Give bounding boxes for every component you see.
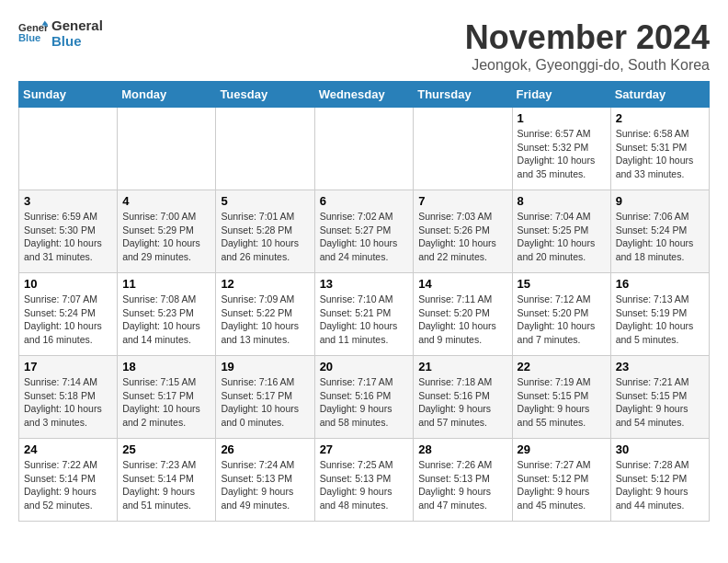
calendar-cell: 10Sunrise: 7:07 AMSunset: 5:24 PMDayligh…	[19, 273, 118, 356]
week-row-4: 17Sunrise: 7:14 AMSunset: 5:18 PMDayligh…	[19, 356, 710, 439]
weekday-header-friday: Friday	[512, 82, 610, 108]
day-info: Sunrise: 7:17 AMSunset: 5:16 PMDaylight:…	[320, 375, 409, 430]
calendar-cell: 2Sunrise: 6:58 AMSunset: 5:31 PMDaylight…	[610, 108, 709, 190]
day-number: 28	[418, 442, 506, 456]
calendar-cell: 26Sunrise: 7:24 AMSunset: 5:13 PMDayligh…	[216, 439, 314, 522]
day-number: 24	[24, 442, 112, 456]
day-info: Sunrise: 7:18 AMSunset: 5:16 PMDaylight:…	[418, 375, 506, 430]
calendar-cell: 17Sunrise: 7:14 AMSunset: 5:18 PMDayligh…	[19, 356, 118, 439]
day-info: Sunrise: 7:12 AMSunset: 5:20 PMDaylight:…	[518, 293, 606, 347]
day-info: Sunrise: 7:10 AMSunset: 5:21 PMDaylight:…	[320, 293, 409, 347]
day-number: 2	[616, 111, 704, 125]
week-row-2: 3Sunrise: 6:59 AMSunset: 5:30 PMDaylight…	[19, 190, 710, 273]
calendar-table: SundayMondayTuesdayWednesdayThursdayFrid…	[18, 81, 710, 522]
day-number: 21	[418, 360, 506, 373]
day-info: Sunrise: 7:27 AMSunset: 5:12 PMDaylight:…	[518, 458, 606, 512]
calendar-cell: 28Sunrise: 7:26 AMSunset: 5:13 PMDayligh…	[414, 439, 512, 522]
calendar-cell	[414, 108, 512, 190]
day-info: Sunrise: 7:28 AMSunset: 5:12 PMDaylight:…	[616, 458, 704, 512]
logo: General Blue General Blue	[18, 18, 103, 49]
calendar-cell: 18Sunrise: 7:15 AMSunset: 5:17 PMDayligh…	[118, 356, 216, 439]
calendar-cell: 7Sunrise: 7:03 AMSunset: 5:26 PMDaylight…	[414, 190, 512, 273]
weekday-header-sunday: Sunday	[19, 82, 118, 108]
calendar-cell: 4Sunrise: 7:00 AMSunset: 5:29 PMDaylight…	[118, 190, 216, 273]
calendar-cell: 23Sunrise: 7:21 AMSunset: 5:15 PMDayligh…	[610, 356, 709, 439]
day-info: Sunrise: 7:22 AMSunset: 5:14 PMDaylight:…	[24, 458, 112, 512]
calendar-cell: 27Sunrise: 7:25 AMSunset: 5:13 PMDayligh…	[314, 439, 414, 522]
day-number: 12	[221, 277, 309, 291]
calendar-cell: 22Sunrise: 7:19 AMSunset: 5:15 PMDayligh…	[512, 356, 610, 439]
day-info: Sunrise: 7:25 AMSunset: 5:13 PMDaylight:…	[320, 458, 409, 512]
calendar-cell: 3Sunrise: 6:59 AMSunset: 5:30 PMDaylight…	[19, 190, 118, 273]
day-info: Sunrise: 6:57 AMSunset: 5:32 PMDaylight:…	[518, 127, 606, 181]
day-info: Sunrise: 7:26 AMSunset: 5:13 PMDaylight:…	[418, 458, 506, 512]
day-info: Sunrise: 7:19 AMSunset: 5:15 PMDaylight:…	[518, 375, 606, 430]
calendar-cell: 14Sunrise: 7:11 AMSunset: 5:20 PMDayligh…	[414, 273, 512, 356]
weekday-header-thursday: Thursday	[414, 82, 512, 108]
calendar-cell: 15Sunrise: 7:12 AMSunset: 5:20 PMDayligh…	[512, 273, 610, 356]
weekday-header-saturday: Saturday	[610, 82, 709, 108]
calendar-cell: 6Sunrise: 7:02 AMSunset: 5:27 PMDaylight…	[314, 190, 414, 273]
day-number: 14	[418, 277, 506, 291]
day-number: 23	[616, 360, 704, 373]
calendar-cell	[19, 108, 118, 190]
weekday-header-monday: Monday	[118, 82, 216, 108]
day-number: 3	[24, 194, 112, 208]
day-info: Sunrise: 7:07 AMSunset: 5:24 PMDaylight:…	[24, 293, 112, 347]
day-number: 10	[24, 277, 112, 291]
day-number: 30	[616, 442, 704, 456]
day-number: 9	[616, 194, 704, 208]
day-number: 29	[518, 442, 606, 456]
logo-text-line2: Blue	[51, 34, 103, 50]
calendar-cell: 13Sunrise: 7:10 AMSunset: 5:21 PMDayligh…	[314, 273, 414, 356]
day-info: Sunrise: 7:04 AMSunset: 5:25 PMDaylight:…	[518, 210, 606, 264]
calendar-cell: 24Sunrise: 7:22 AMSunset: 5:14 PMDayligh…	[19, 439, 118, 522]
day-number: 18	[122, 360, 210, 373]
day-number: 22	[518, 360, 606, 373]
day-info: Sunrise: 7:23 AMSunset: 5:14 PMDaylight:…	[122, 458, 210, 512]
day-number: 4	[122, 194, 210, 208]
calendar-cell: 9Sunrise: 7:06 AMSunset: 5:24 PMDaylight…	[610, 190, 709, 273]
day-info: Sunrise: 7:08 AMSunset: 5:23 PMDaylight:…	[122, 293, 210, 347]
day-info: Sunrise: 7:01 AMSunset: 5:28 PMDaylight:…	[221, 210, 309, 264]
weekday-header-wednesday: Wednesday	[314, 82, 414, 108]
week-row-5: 24Sunrise: 7:22 AMSunset: 5:14 PMDayligh…	[19, 439, 710, 522]
title-area: November 2024 Jeongok, Gyeonggi-do, Sout…	[465, 18, 710, 74]
day-number: 16	[616, 277, 704, 291]
day-info: Sunrise: 7:02 AMSunset: 5:27 PMDaylight:…	[320, 210, 409, 264]
day-info: Sunrise: 7:11 AMSunset: 5:20 PMDaylight:…	[418, 293, 506, 347]
day-number: 27	[320, 442, 409, 456]
day-info: Sunrise: 7:06 AMSunset: 5:24 PMDaylight:…	[616, 210, 704, 264]
calendar-cell: 29Sunrise: 7:27 AMSunset: 5:12 PMDayligh…	[512, 439, 610, 522]
calendar-cell: 20Sunrise: 7:17 AMSunset: 5:16 PMDayligh…	[314, 356, 414, 439]
calendar-cell	[216, 108, 314, 190]
calendar-cell: 25Sunrise: 7:23 AMSunset: 5:14 PMDayligh…	[118, 439, 216, 522]
page-header: General Blue General Blue November 2024 …	[18, 18, 710, 74]
day-info: Sunrise: 7:00 AMSunset: 5:29 PMDaylight:…	[122, 210, 210, 264]
calendar-cell: 1Sunrise: 6:57 AMSunset: 5:32 PMDaylight…	[512, 108, 610, 190]
day-info: Sunrise: 7:15 AMSunset: 5:17 PMDaylight:…	[122, 375, 210, 430]
day-number: 19	[221, 360, 309, 373]
day-info: Sunrise: 7:16 AMSunset: 5:17 PMDaylight:…	[221, 375, 309, 430]
week-row-1: 1Sunrise: 6:57 AMSunset: 5:32 PMDaylight…	[19, 108, 710, 190]
day-number: 8	[518, 194, 606, 208]
day-number: 1	[518, 111, 606, 125]
day-info: Sunrise: 7:03 AMSunset: 5:26 PMDaylight:…	[418, 210, 506, 264]
day-number: 15	[518, 277, 606, 291]
day-number: 6	[320, 194, 409, 208]
logo-text-line1: General	[51, 18, 103, 34]
month-title: November 2024	[465, 18, 710, 57]
day-number: 5	[221, 194, 309, 208]
calendar-cell: 16Sunrise: 7:13 AMSunset: 5:19 PMDayligh…	[610, 273, 709, 356]
weekday-header-row: SundayMondayTuesdayWednesdayThursdayFrid…	[19, 82, 710, 108]
day-info: Sunrise: 7:21 AMSunset: 5:15 PMDaylight:…	[616, 375, 704, 430]
calendar-cell	[118, 108, 216, 190]
calendar-cell: 21Sunrise: 7:18 AMSunset: 5:16 PMDayligh…	[414, 356, 512, 439]
calendar-cell: 12Sunrise: 7:09 AMSunset: 5:22 PMDayligh…	[216, 273, 314, 356]
week-row-3: 10Sunrise: 7:07 AMSunset: 5:24 PMDayligh…	[19, 273, 710, 356]
day-number: 17	[24, 360, 112, 373]
day-number: 11	[122, 277, 210, 291]
calendar-cell	[314, 108, 414, 190]
day-number: 13	[320, 277, 409, 291]
calendar-cell: 8Sunrise: 7:04 AMSunset: 5:25 PMDaylight…	[512, 190, 610, 273]
